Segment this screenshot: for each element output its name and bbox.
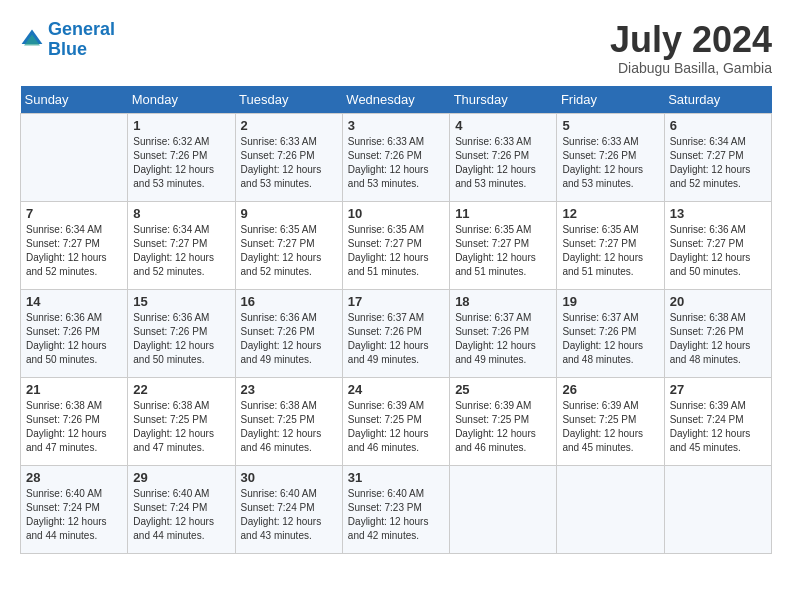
header-monday: Monday — [128, 86, 235, 114]
day-number: 28 — [26, 470, 122, 485]
day-number: 17 — [348, 294, 444, 309]
calendar-cell: 13Sunrise: 6:36 AM Sunset: 7:27 PM Dayli… — [664, 201, 771, 289]
day-info: Sunrise: 6:33 AM Sunset: 7:26 PM Dayligh… — [348, 135, 444, 191]
calendar-cell: 21Sunrise: 6:38 AM Sunset: 7:26 PM Dayli… — [21, 377, 128, 465]
day-number: 30 — [241, 470, 337, 485]
day-number: 3 — [348, 118, 444, 133]
week-row-5: 28Sunrise: 6:40 AM Sunset: 7:24 PM Dayli… — [21, 465, 772, 553]
day-info: Sunrise: 6:33 AM Sunset: 7:26 PM Dayligh… — [455, 135, 551, 191]
day-number: 24 — [348, 382, 444, 397]
calendar-cell: 22Sunrise: 6:38 AM Sunset: 7:25 PM Dayli… — [128, 377, 235, 465]
header-thursday: Thursday — [450, 86, 557, 114]
day-number: 25 — [455, 382, 551, 397]
day-info: Sunrise: 6:36 AM Sunset: 7:26 PM Dayligh… — [26, 311, 122, 367]
day-info: Sunrise: 6:37 AM Sunset: 7:26 PM Dayligh… — [562, 311, 658, 367]
day-info: Sunrise: 6:36 AM Sunset: 7:26 PM Dayligh… — [133, 311, 229, 367]
calendar-cell: 5Sunrise: 6:33 AM Sunset: 7:26 PM Daylig… — [557, 113, 664, 201]
week-row-1: 1Sunrise: 6:32 AM Sunset: 7:26 PM Daylig… — [21, 113, 772, 201]
day-info: Sunrise: 6:39 AM Sunset: 7:25 PM Dayligh… — [455, 399, 551, 455]
calendar-body: 1Sunrise: 6:32 AM Sunset: 7:26 PM Daylig… — [21, 113, 772, 553]
calendar-cell — [21, 113, 128, 201]
day-info: Sunrise: 6:34 AM Sunset: 7:27 PM Dayligh… — [670, 135, 766, 191]
calendar-cell: 31Sunrise: 6:40 AM Sunset: 7:23 PM Dayli… — [342, 465, 449, 553]
day-info: Sunrise: 6:35 AM Sunset: 7:27 PM Dayligh… — [562, 223, 658, 279]
day-number: 10 — [348, 206, 444, 221]
calendar-cell: 11Sunrise: 6:35 AM Sunset: 7:27 PM Dayli… — [450, 201, 557, 289]
day-number: 7 — [26, 206, 122, 221]
day-number: 21 — [26, 382, 122, 397]
calendar-cell: 20Sunrise: 6:38 AM Sunset: 7:26 PM Dayli… — [664, 289, 771, 377]
day-info: Sunrise: 6:35 AM Sunset: 7:27 PM Dayligh… — [455, 223, 551, 279]
calendar-cell: 9Sunrise: 6:35 AM Sunset: 7:27 PM Daylig… — [235, 201, 342, 289]
calendar-header: SundayMondayTuesdayWednesdayThursdayFrid… — [21, 86, 772, 114]
day-number: 27 — [670, 382, 766, 397]
calendar-cell: 17Sunrise: 6:37 AM Sunset: 7:26 PM Dayli… — [342, 289, 449, 377]
day-info: Sunrise: 6:40 AM Sunset: 7:24 PM Dayligh… — [133, 487, 229, 543]
day-info: Sunrise: 6:34 AM Sunset: 7:27 PM Dayligh… — [26, 223, 122, 279]
week-row-2: 7Sunrise: 6:34 AM Sunset: 7:27 PM Daylig… — [21, 201, 772, 289]
calendar-cell: 19Sunrise: 6:37 AM Sunset: 7:26 PM Dayli… — [557, 289, 664, 377]
day-number: 1 — [133, 118, 229, 133]
day-number: 14 — [26, 294, 122, 309]
day-info: Sunrise: 6:33 AM Sunset: 7:26 PM Dayligh… — [241, 135, 337, 191]
day-number: 2 — [241, 118, 337, 133]
day-number: 11 — [455, 206, 551, 221]
logo-line2: Blue — [48, 39, 87, 59]
location: Diabugu Basilla, Gambia — [610, 60, 772, 76]
title-block: July 2024 Diabugu Basilla, Gambia — [610, 20, 772, 76]
day-info: Sunrise: 6:38 AM Sunset: 7:26 PM Dayligh… — [26, 399, 122, 455]
header-tuesday: Tuesday — [235, 86, 342, 114]
logo-icon — [20, 28, 44, 52]
calendar-cell: 24Sunrise: 6:39 AM Sunset: 7:25 PM Dayli… — [342, 377, 449, 465]
calendar-cell: 23Sunrise: 6:38 AM Sunset: 7:25 PM Dayli… — [235, 377, 342, 465]
logo-line1: General — [48, 19, 115, 39]
day-number: 26 — [562, 382, 658, 397]
day-info: Sunrise: 6:40 AM Sunset: 7:24 PM Dayligh… — [241, 487, 337, 543]
week-row-3: 14Sunrise: 6:36 AM Sunset: 7:26 PM Dayli… — [21, 289, 772, 377]
day-number: 18 — [455, 294, 551, 309]
calendar-table: SundayMondayTuesdayWednesdayThursdayFrid… — [20, 86, 772, 554]
calendar-cell: 30Sunrise: 6:40 AM Sunset: 7:24 PM Dayli… — [235, 465, 342, 553]
calendar-cell: 18Sunrise: 6:37 AM Sunset: 7:26 PM Dayli… — [450, 289, 557, 377]
day-info: Sunrise: 6:39 AM Sunset: 7:25 PM Dayligh… — [562, 399, 658, 455]
calendar-cell: 6Sunrise: 6:34 AM Sunset: 7:27 PM Daylig… — [664, 113, 771, 201]
header-sunday: Sunday — [21, 86, 128, 114]
day-number: 23 — [241, 382, 337, 397]
logo-text: General Blue — [48, 20, 115, 60]
day-number: 16 — [241, 294, 337, 309]
day-info: Sunrise: 6:36 AM Sunset: 7:26 PM Dayligh… — [241, 311, 337, 367]
week-row-4: 21Sunrise: 6:38 AM Sunset: 7:26 PM Dayli… — [21, 377, 772, 465]
day-info: Sunrise: 6:40 AM Sunset: 7:23 PM Dayligh… — [348, 487, 444, 543]
day-info: Sunrise: 6:33 AM Sunset: 7:26 PM Dayligh… — [562, 135, 658, 191]
day-number: 12 — [562, 206, 658, 221]
calendar-cell — [450, 465, 557, 553]
day-info: Sunrise: 6:39 AM Sunset: 7:25 PM Dayligh… — [348, 399, 444, 455]
page-header: General Blue July 2024 Diabugu Basilla, … — [20, 20, 772, 76]
calendar-cell: 3Sunrise: 6:33 AM Sunset: 7:26 PM Daylig… — [342, 113, 449, 201]
day-info: Sunrise: 6:34 AM Sunset: 7:27 PM Dayligh… — [133, 223, 229, 279]
day-info: Sunrise: 6:40 AM Sunset: 7:24 PM Dayligh… — [26, 487, 122, 543]
day-info: Sunrise: 6:35 AM Sunset: 7:27 PM Dayligh… — [241, 223, 337, 279]
day-info: Sunrise: 6:36 AM Sunset: 7:27 PM Dayligh… — [670, 223, 766, 279]
calendar-cell: 15Sunrise: 6:36 AM Sunset: 7:26 PM Dayli… — [128, 289, 235, 377]
calendar-cell: 2Sunrise: 6:33 AM Sunset: 7:26 PM Daylig… — [235, 113, 342, 201]
calendar-cell: 26Sunrise: 6:39 AM Sunset: 7:25 PM Dayli… — [557, 377, 664, 465]
calendar-cell: 8Sunrise: 6:34 AM Sunset: 7:27 PM Daylig… — [128, 201, 235, 289]
header-row: SundayMondayTuesdayWednesdayThursdayFrid… — [21, 86, 772, 114]
header-saturday: Saturday — [664, 86, 771, 114]
day-info: Sunrise: 6:39 AM Sunset: 7:24 PM Dayligh… — [670, 399, 766, 455]
day-info: Sunrise: 6:38 AM Sunset: 7:26 PM Dayligh… — [670, 311, 766, 367]
calendar-cell: 4Sunrise: 6:33 AM Sunset: 7:26 PM Daylig… — [450, 113, 557, 201]
day-number: 19 — [562, 294, 658, 309]
calendar-cell: 29Sunrise: 6:40 AM Sunset: 7:24 PM Dayli… — [128, 465, 235, 553]
calendar-cell: 16Sunrise: 6:36 AM Sunset: 7:26 PM Dayli… — [235, 289, 342, 377]
calendar-cell: 10Sunrise: 6:35 AM Sunset: 7:27 PM Dayli… — [342, 201, 449, 289]
calendar-cell: 28Sunrise: 6:40 AM Sunset: 7:24 PM Dayli… — [21, 465, 128, 553]
day-number: 20 — [670, 294, 766, 309]
calendar-cell: 7Sunrise: 6:34 AM Sunset: 7:27 PM Daylig… — [21, 201, 128, 289]
calendar-cell: 14Sunrise: 6:36 AM Sunset: 7:26 PM Dayli… — [21, 289, 128, 377]
calendar-cell — [557, 465, 664, 553]
calendar-cell: 12Sunrise: 6:35 AM Sunset: 7:27 PM Dayli… — [557, 201, 664, 289]
calendar-cell: 1Sunrise: 6:32 AM Sunset: 7:26 PM Daylig… — [128, 113, 235, 201]
logo: General Blue — [20, 20, 115, 60]
